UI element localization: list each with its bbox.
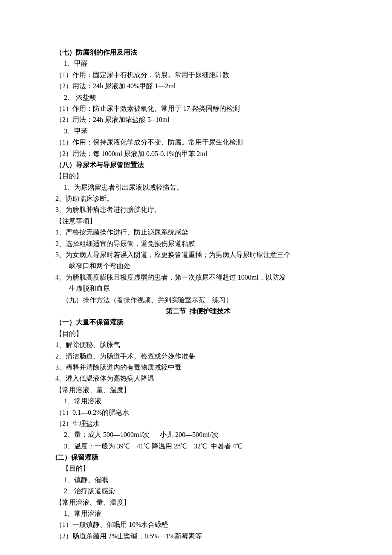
text-line: （2）生理盐水	[55, 418, 341, 429]
text-line: （2）用法：每 1000ml 尿液加 0.05-0.1%的甲苯 2ml	[55, 148, 341, 159]
text-line: 生虚脱和血尿	[55, 283, 341, 294]
text-line: 【注意事项】	[55, 216, 341, 227]
text-line: 峡窄口和两个弯曲处	[55, 260, 341, 272]
text-line: 3、稀释并清除肠道内的有毒物质减轻中毒	[55, 362, 341, 373]
text-line: 1、常用溶液	[55, 508, 341, 519]
text-line: 【常用溶液、量、温度】	[55, 384, 341, 396]
text-line: （1）一般镇静、催眠用 10%水合碌醛	[55, 519, 341, 530]
text-line: 1、严格按无菌操作进行、防止泌尿系统感染	[55, 227, 341, 238]
text-line: （2）肠道杀菌用 2%山槩碱，0.5%—1%新霉素等	[55, 531, 341, 542]
text-line: 3、为女病人导尿时若误入阴道，应更换管道重插；为男病人导尿时应注意三个	[55, 249, 341, 260]
text-line: （八）导尿术与导尿管留置法	[55, 159, 341, 171]
text-line: 3、温度：一般为 39℃—41℃ 降温用 28℃—32℃ 中暑者 4℃	[55, 441, 341, 452]
text-line: （1）0.1—0.2%的肥皂水	[55, 407, 341, 418]
text-line: 【目的】	[55, 463, 341, 474]
text-line: 1、为尿潴留患者引出尿液以减轻痛苦。	[55, 182, 341, 193]
text-line: （2）用法：24h 尿液加 40%甲醛 1—2ml	[55, 81, 341, 92]
text-line: 2、选择粗细适宜的导尿管，避免损伤尿道粘膜	[55, 238, 341, 249]
text-line: 第二节 排便护理技术	[55, 306, 341, 317]
text-line: (二）保留灌肠	[55, 452, 341, 463]
text-line: （1）作用：保持尿液化学成分不变、防腐。常用于尿生化检测	[55, 137, 341, 148]
text-line: 【目的】	[55, 171, 341, 182]
text-line: 4、灌入低温液体为高热病人降温	[55, 373, 341, 384]
text-line: 2、协助临床诊断。	[55, 193, 341, 204]
text-line: 1、镇静、催眠	[55, 474, 341, 486]
text-line: （1）作用：固定尿中有机成分，防腐。常用于尿细胞计数	[55, 69, 341, 81]
text-line: 【目的】	[55, 328, 341, 339]
text-line: 3、为膀胱肿瘤患者进行膀胱化疗。	[55, 204, 341, 215]
text-line: （一）大量不保留灌肠	[55, 317, 341, 328]
text-line: 2、清洁肠道、为肠道手术、检查或分娩作准备	[55, 351, 341, 362]
text-line: （1）作用：防止尿中激素被氧化。常用于 17-羟类固醇的检测	[55, 103, 341, 114]
text-line: 2、量：成人 500—1000ml/次 小儿 200—500ml/次	[55, 429, 341, 440]
text-line: 【常用溶液、量、温度】	[55, 497, 341, 508]
text-line: 3、甲苯	[55, 126, 341, 137]
text-line: 1、解除便秘、肠胀气	[55, 339, 341, 350]
text-line: （2）用法：24h 尿液加浓盐酸 5--10ml	[55, 114, 341, 125]
text-line: 4、为膀胱高度膨胀且极度虚弱的患者，第一次放尿不得超过 1000ml，以防发	[55, 272, 341, 283]
text-line: 2、 浓盐酸	[55, 92, 341, 103]
text-line: （九）操作方法（看操作视频、并到实验室示范、练习）	[55, 295, 341, 306]
text-line: 1、常用溶液	[55, 396, 341, 407]
text-line: 1、甲醛	[55, 58, 341, 69]
text-line: 2、治疗肠道感染	[55, 486, 341, 497]
document-body: （七）防腐剂的作用及用法 1、甲醛（1）作用：固定尿中有机成分，防腐。常用于尿细…	[55, 47, 341, 542]
text-line: （七）防腐剂的作用及用法	[55, 47, 341, 58]
